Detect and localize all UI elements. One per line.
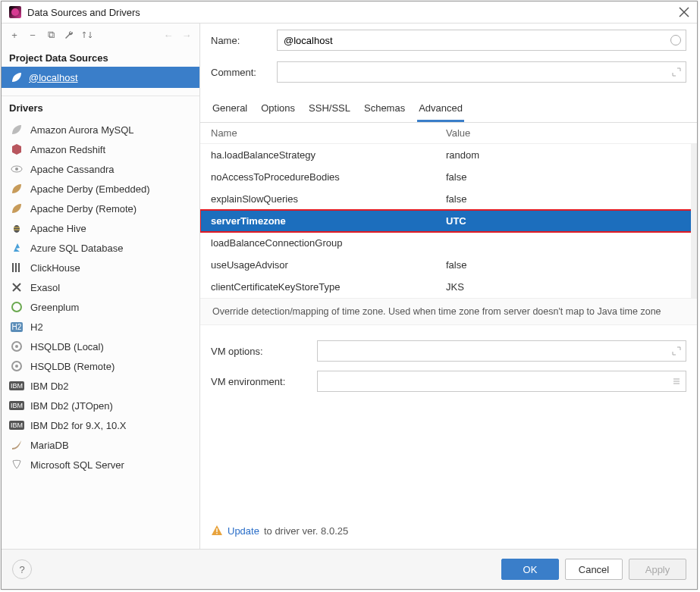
tab-general[interactable]: General [211,99,249,122]
ok-button[interactable]: OK [501,559,559,580]
remove-button[interactable]: − [26,28,39,42]
driver-label: Apache Cassandra [30,164,115,175]
feather2-icon [11,202,23,215]
driver-item[interactable]: Apache Cassandra [2,159,199,179]
eye-icon [11,163,23,175]
property-value: false [446,193,466,205]
driver-label: Azure SQL Database [30,243,123,254]
svg-rect-7 [18,263,20,272]
driver-label: Apache Derby (Embedded) [30,183,150,195]
driver-label: Microsoft SQL Server [30,459,124,471]
driver-label: MariaDB [30,440,69,451]
copy-button[interactable]: ⧉ [44,28,58,42]
ibm-icon: IBM [11,380,23,392]
driver-label: IBM Db2 for 9.X, 10.X [30,420,126,431]
property-name: noAccessToProcedureBodies [211,171,446,183]
property-list[interactable]: ha.loadBalanceStrategyrandomnoAccessToPr… [200,144,697,298]
property-value: JKS [446,281,464,293]
driver-item[interactable]: IBMIBM Db2 (JTOpen) [2,396,199,415]
driver-item[interactable]: Greenplum [2,297,199,317]
svg-point-8 [12,302,21,312]
driver-item[interactable]: HSQLDB (Remote) [2,356,199,376]
driver-item[interactable]: HSQLDB (Local) [2,337,199,356]
wrench-button[interactable] [62,28,76,42]
driver-item[interactable]: Amazon Aurora MySQL [2,120,199,139]
vm-env-label: VM environment: [211,376,309,387]
tab-schemas[interactable]: Schemas [363,99,407,122]
driver-item[interactable]: ClickHouse [2,258,199,277]
back-button[interactable]: ← [162,28,175,42]
driver-item[interactable]: Amazon Redshift [2,139,199,159]
feather2-icon [11,183,23,195]
data-source-label: @localhost [29,72,78,83]
driver-item[interactable]: Azure SQL Database [2,238,199,258]
color-circle-icon[interactable] [670,35,681,45]
mssql-icon [11,459,23,471]
name-row: Name: @localhost [200,23,697,55]
name-value: @localhost [284,35,333,46]
driver-item[interactable]: Apache Hive [2,218,199,238]
expand-icon[interactable] [672,346,681,356]
left-panel: + − ⧉ ← → Project Data Sources @localhos… [2,23,200,549]
close-icon[interactable] [679,7,689,17]
driver-item[interactable]: IBMIBM Db2 for 9.X, 10.X [2,415,199,435]
property-row[interactable]: noAccessToProcedureBodiesfalse [200,166,697,188]
property-row[interactable]: ha.loadBalanceStrategyrandom [200,144,697,166]
vm-options-input[interactable] [317,340,686,362]
bars-icon [11,262,23,274]
property-name: explainSlowQueries [211,193,446,205]
warning-icon [211,525,223,537]
right-panel: Name: @localhost Comment: GeneralOptions… [200,23,697,549]
drivers-list[interactable]: Amazon Aurora MySQLAmazon RedshiftApache… [2,117,199,549]
tab-options[interactable]: Options [259,99,297,122]
list-icon[interactable] [672,377,681,386]
expand-icon[interactable] [672,67,681,77]
gp-icon [11,301,23,313]
ibm-icon: IBM [11,399,23,412]
add-button[interactable]: + [8,28,21,42]
apply-button[interactable]: Apply [629,559,686,580]
property-row[interactable]: useUsageAdvisorfalse [200,254,697,276]
data-sources-dialog: Data Sources and Drivers + − ⧉ ← → Proje… [1,1,698,590]
name-input[interactable]: @localhost [277,30,686,51]
driver-label: HSQLDB (Remote) [30,361,115,372]
tab-advanced[interactable]: Advanced [417,99,464,122]
property-name: serverTimezone [211,215,446,227]
property-value: false [446,259,466,271]
cancel-button[interactable]: Cancel [565,559,623,580]
app-icon [9,6,21,18]
azure-icon [11,242,23,254]
property-name: useUsageAdvisor [211,259,446,271]
driver-item[interactable]: IBMIBM Db2 [2,376,199,396]
svg-point-12 [15,365,18,368]
property-row[interactable]: serverTimezoneUTC [200,210,697,232]
property-value: UTC [446,215,466,227]
svg-rect-14 [216,533,217,534]
vm-area: VM options: VM environment: [200,325,697,401]
property-row[interactable]: clientCertificateKeyStoreTypeJKS [200,276,697,298]
data-source-item[interactable]: @localhost [2,67,199,88]
driver-item[interactable]: Microsoft SQL Server [2,455,199,475]
update-link[interactable]: Update [228,525,259,537]
property-name: clientCertificateKeyStoreType [211,281,446,293]
vm-env-input[interactable] [317,371,686,392]
property-header: Name Value [200,123,697,144]
comment-input[interactable] [277,61,686,83]
property-row[interactable]: loadBalanceConnectionGroup [200,232,697,254]
property-row[interactable]: explainSlowQueriesfalse [200,188,697,210]
help-button[interactable]: ? [12,559,32,579]
forward-button[interactable]: → [180,28,193,42]
sort-button[interactable] [80,28,94,42]
drivers-title: Drivers [2,96,199,117]
tab-sshssl[interactable]: SSH/SSL [307,99,352,122]
driver-item[interactable]: H2H2 [2,317,199,337]
comment-label: Comment: [211,67,268,78]
x-icon [11,281,23,293]
driver-item[interactable]: MariaDB [2,435,199,455]
driver-label: Apache Derby (Remote) [30,203,137,215]
feather-icon [11,71,23,83]
driver-item[interactable]: Apache Derby (Embedded) [2,179,199,199]
driver-item[interactable]: Apache Derby (Remote) [2,199,199,218]
driver-item[interactable]: Exasol [2,277,199,297]
scrollbar[interactable] [691,144,697,298]
